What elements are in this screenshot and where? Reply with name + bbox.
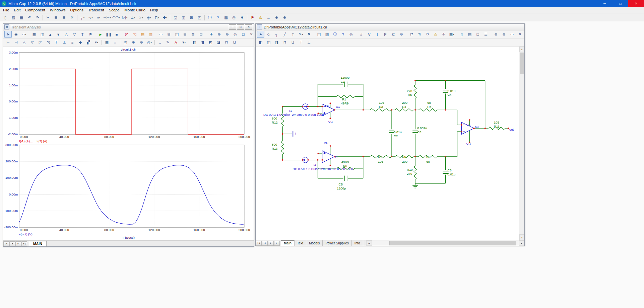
cursor-mode[interactable]: ⊢ — [4, 39, 12, 46]
maximize-pane-button[interactable]: ⊡ — [197, 31, 205, 38]
help-mode[interactable]: ? — [339, 31, 347, 38]
go-to-branch-button[interactable]: ▞ — [85, 39, 92, 46]
panes-horizontal-button[interactable]: ⊟ — [165, 31, 173, 38]
tab-info[interactable]: Info — [352, 240, 363, 246]
next-peak-button[interactable]: △ — [20, 39, 28, 46]
zoom-in-button[interactable]: ⊕ — [273, 14, 280, 21]
pan-mode[interactable]: ↔ — [265, 14, 272, 21]
font-color-button[interactable]: A — [172, 39, 180, 46]
animate-button[interactable]: ◉ — [12, 31, 20, 38]
child-minimize-button[interactable]: ─ — [229, 24, 236, 30]
select-mode[interactable]: ➤ — [4, 31, 12, 38]
zoom-out-button[interactable]: ⊖ — [223, 31, 231, 38]
stepping-button[interactable]: ▥ — [147, 31, 154, 38]
magnifier-button[interactable]: ◎▾ — [146, 39, 153, 46]
global-low-button[interactable]: ⊥ — [61, 39, 68, 46]
zoom-out-button[interactable]: ⊖ — [138, 39, 145, 46]
grid-button[interactable]: ▦ — [103, 39, 111, 46]
pulse-source-button[interactable]: ⊓▾ — [153, 14, 160, 21]
graphics-mode[interactable]: ✎▾ — [297, 31, 305, 38]
add-page-button[interactable]: ▯ — [458, 31, 465, 38]
scroll-down-arrow[interactable]: ▼ — [519, 234, 524, 240]
align-left-button[interactable]: ◧ — [257, 39, 264, 46]
wire-mode[interactable]: ┐▾ — [79, 14, 86, 21]
schematic-canvas[interactable]: 1200pC1R149R9VEX1VCI1DC 0 AC 1 0 Pulse -… — [256, 47, 524, 240]
close-window-button[interactable]: ✕ — [516, 31, 524, 38]
redo-button[interactable]: ↷ — [34, 14, 41, 21]
scroll-up-arrow[interactable]: ▲ — [519, 47, 524, 52]
menu-item-help[interactable]: Help — [148, 8, 160, 12]
copy-button[interactable]: ⊞ — [52, 14, 60, 21]
clip-region-button[interactable]: ◫ — [315, 31, 323, 38]
preferences-button[interactable]: ✱ — [238, 14, 246, 21]
annotate-button[interactable]: ✎ — [164, 39, 172, 46]
align-top-button[interactable]: ⊓ — [223, 39, 230, 46]
horizontal-scrollbar[interactable]: ◄ ► — [366, 240, 524, 246]
menu-item-transient[interactable]: Transient — [86, 8, 107, 12]
analysis-limits-button[interactable]: ▤ — [139, 31, 146, 38]
flag-mode[interactable]: ⚑ — [305, 31, 313, 38]
vertical-scroll-thumb[interactable] — [520, 53, 524, 74]
zoom-in-button[interactable]: ⊕ — [492, 31, 500, 38]
picture-file-button[interactable]: ▨ — [323, 31, 331, 38]
graphics-button[interactable]: ▱▾ — [20, 31, 28, 38]
menu-item-edit[interactable]: Edit — [12, 8, 23, 12]
page-nav--[interactable]: |◄ — [256, 241, 262, 246]
crosshair-button[interactable]: ✛ — [440, 31, 447, 38]
close-button[interactable]: ✕ — [628, 0, 644, 7]
menu-item-options[interactable]: Options — [68, 8, 86, 12]
menu-item-scope[interactable]: Scope — [107, 8, 122, 12]
minimize-button[interactable]: ─ — [597, 0, 613, 7]
pause-button[interactable]: ❚❚ — [105, 31, 112, 38]
find-button[interactable]: ◎ — [230, 14, 238, 21]
delete-button[interactable]: ✕ — [68, 14, 76, 21]
currents-button[interactable]: I — [374, 31, 381, 38]
rise-edge-button[interactable]: ◸ — [37, 39, 44, 46]
more-cursor-tools-button[interactable]: ▾▾ — [93, 39, 100, 46]
horizontal-scroll-thumb[interactable] — [389, 241, 516, 245]
plot-nav--[interactable]: ►| — [21, 241, 27, 246]
auto-scale-button[interactable]: ◎ — [232, 31, 239, 38]
node-numbers-button[interactable]: # — [358, 31, 365, 38]
zoom-window-button[interactable]: ◰ — [122, 39, 129, 46]
resistor-symbol[interactable] — [418, 108, 437, 111]
horizontal-scroll-track[interactable] — [372, 240, 519, 246]
close-plot-button[interactable]: ✕ — [248, 31, 254, 38]
component-mode[interactable]: ◇ — [265, 31, 272, 38]
plot-nav--[interactable]: ► — [15, 241, 21, 246]
tab-models[interactable]: Models — [306, 240, 323, 246]
high-button[interactable]: △ — [63, 31, 70, 38]
peak-button[interactable]: ▲ — [47, 31, 54, 38]
child-restore-button[interactable]: □ — [237, 24, 244, 30]
resistor-symbol[interactable] — [281, 141, 284, 154]
zoom-in-button[interactable]: ⊕ — [130, 39, 137, 46]
dynamic-ac-button[interactable]: ◸ — [123, 31, 130, 38]
scroll-right-arrow[interactable]: ► — [519, 240, 524, 246]
plot-nav--[interactable]: |◄ — [3, 241, 9, 246]
dynamic-dc-button[interactable]: ◹ — [131, 31, 138, 38]
diagonal-wire-mode[interactable]: ╱ — [281, 31, 288, 38]
stop-button[interactable]: ■ — [113, 31, 120, 38]
pin-connections-button[interactable]: ⊙ — [398, 31, 405, 38]
pan-button[interactable]: ↔ — [156, 39, 164, 46]
node-voltages-button[interactable]: V — [366, 31, 373, 38]
tab-main[interactable]: Main — [281, 240, 295, 246]
flag-mode[interactable]: ⚑ — [249, 14, 256, 21]
text-mode[interactable]: T — [289, 31, 297, 38]
overlay-panes-button[interactable]: ⊠ — [189, 31, 197, 38]
resistor-button[interactable]: ≈▾ — [95, 14, 102, 21]
align-right-button[interactable]: ◨ — [199, 39, 206, 46]
maximize-button[interactable]: □ — [613, 0, 628, 7]
powers-button[interactable]: P — [382, 31, 389, 38]
diode-button[interactable]: ▷|▾ — [121, 14, 128, 21]
info-mode[interactable]: ⓘ — [331, 31, 339, 38]
wire-mode[interactable]: ┐ — [273, 31, 280, 38]
rotate-button[interactable]: ↻ — [424, 31, 431, 38]
opamp-symbol[interactable] — [322, 151, 335, 163]
low-button[interactable]: ▽ — [71, 31, 78, 38]
point-tag-button[interactable]: ◎ — [347, 31, 355, 38]
design-check-button[interactable]: ⚠ — [257, 14, 264, 21]
fall-edge-button[interactable]: ◹ — [45, 39, 52, 46]
inductor-button[interactable]: ◠◠▾ — [112, 14, 120, 21]
select-mode[interactable]: ➤ — [257, 31, 264, 38]
